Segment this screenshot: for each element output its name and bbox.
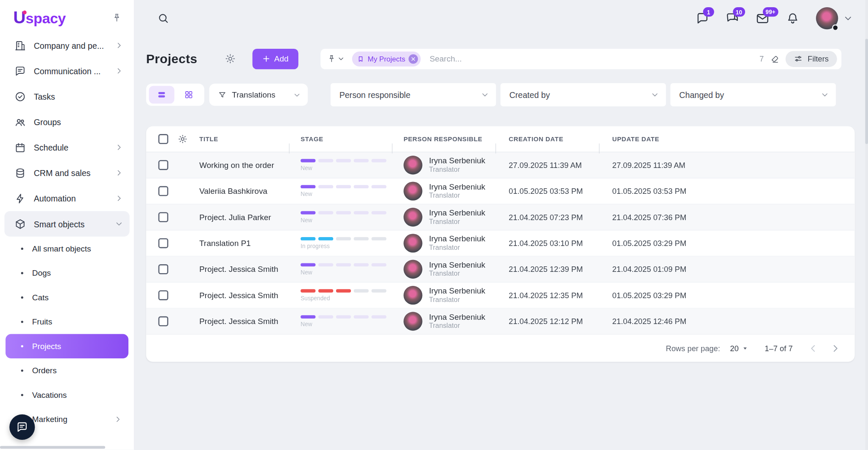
project-title[interactable]: Translation P1 bbox=[199, 239, 289, 248]
user-avatar[interactable] bbox=[816, 7, 838, 29]
pin-sidebar-icon[interactable] bbox=[112, 12, 122, 22]
table-row[interactable]: Project. Jessica Smith Suspended Iryna S… bbox=[146, 282, 855, 308]
project-title[interactable]: Project. Jessica Smith bbox=[199, 265, 289, 274]
sidebar-item-communication[interactable]: Communication ... bbox=[4, 58, 129, 84]
table-row[interactable]: Project. Jessica Smith New Iryna Serbeni… bbox=[146, 257, 855, 282]
person-name[interactable]: Iryna Serbeniuk bbox=[429, 208, 485, 218]
row-checkbox[interactable] bbox=[159, 186, 169, 196]
column-stage[interactable]: STAGE bbox=[289, 136, 392, 143]
column-update-date[interactable]: UPDATE DATE bbox=[599, 136, 854, 143]
project-title[interactable]: Project. Jessica Smith bbox=[199, 291, 289, 300]
global-search-icon[interactable] bbox=[157, 12, 170, 25]
sidebar-item-crm[interactable]: CRM and sales bbox=[4, 160, 129, 185]
update-date: 01.05.2025 03:29 PM bbox=[599, 291, 854, 300]
bell-icon[interactable] bbox=[786, 11, 799, 25]
person-name[interactable]: Iryna Serbeniuk bbox=[429, 156, 485, 166]
pin-filter-button[interactable] bbox=[327, 54, 344, 63]
person-name[interactable]: Iryna Serbeniuk bbox=[429, 312, 485, 322]
row-checkbox[interactable] bbox=[159, 264, 169, 274]
add-button[interactable]: Add bbox=[253, 48, 298, 69]
next-page-button[interactable] bbox=[830, 343, 840, 353]
sidebar-subitem-fruits[interactable]: Fruits bbox=[6, 310, 128, 334]
project-title[interactable]: Project. Julia Parker bbox=[199, 213, 289, 222]
mail-badge: 99+ bbox=[763, 7, 778, 16]
project-title[interactable]: Working on the order bbox=[199, 161, 289, 170]
table-row[interactable]: Project. Julia Parker New Iryna Serbeniu… bbox=[146, 204, 855, 230]
rows-per-page-select[interactable]: 20 bbox=[730, 344, 748, 352]
person-name[interactable]: Iryna Serbeniuk bbox=[429, 286, 485, 296]
table-row[interactable]: Translation P1 In progress Iryna Serbeni… bbox=[146, 230, 855, 256]
table-settings-icon[interactable] bbox=[178, 134, 188, 144]
sidebar-subitem-orders[interactable]: Orders bbox=[6, 358, 128, 383]
stage-cell[interactable]: New bbox=[289, 211, 392, 224]
changed-by-select[interactable]: Changed by bbox=[670, 83, 836, 106]
search-input[interactable] bbox=[428, 54, 760, 64]
funnel-icon bbox=[218, 91, 227, 99]
select-all-checkbox[interactable] bbox=[159, 134, 169, 144]
row-checkbox[interactable] bbox=[159, 212, 169, 222]
sidebar-subitem-all-smart-objects[interactable]: All smart objects bbox=[6, 237, 128, 261]
stage-cell[interactable]: Suspended bbox=[289, 289, 392, 302]
stage-cell[interactable]: In progress bbox=[289, 237, 392, 249]
list-view-button[interactable] bbox=[149, 86, 174, 103]
sidebar-subitem-dogs[interactable]: Dogs bbox=[6, 261, 128, 285]
sidebar-item-company[interactable]: Company and pe... bbox=[4, 33, 129, 58]
row-checkbox[interactable] bbox=[159, 160, 169, 170]
sidebar-subitem-cats[interactable]: Cats bbox=[6, 285, 128, 310]
mail-icon[interactable]: 99+ bbox=[756, 11, 770, 25]
saved-filter-dropdown[interactable]: Translations bbox=[209, 84, 308, 106]
update-date: 21.04.2025 12:46 PM bbox=[599, 317, 854, 326]
sidebar-item-automation[interactable]: Automation bbox=[4, 186, 129, 211]
scrollbar-vertical[interactable] bbox=[865, 0, 868, 450]
uspacy-logo[interactable]: Uspacy bbox=[13, 9, 66, 26]
sidebar-item-schedule[interactable]: Schedule bbox=[4, 134, 129, 160]
table-row[interactable]: Valeriia Bashkirova New Iryna SerbeniukT… bbox=[146, 179, 855, 204]
page-settings-icon[interactable] bbox=[225, 53, 236, 64]
scrollbar-horizontal[interactable] bbox=[0, 446, 105, 449]
row-checkbox[interactable] bbox=[159, 238, 169, 249]
project-title[interactable]: Valeriia Bashkirova bbox=[199, 187, 289, 196]
column-creation-date[interactable]: CREATION DATE bbox=[495, 136, 599, 143]
person-responsible-select[interactable]: Person responsible bbox=[331, 83, 496, 106]
stage-cell[interactable]: New bbox=[289, 185, 392, 197]
prev-page-button[interactable] bbox=[808, 343, 818, 353]
column-person-responsible[interactable]: PERSON RESPONSIBLE bbox=[392, 136, 495, 143]
chevron-down-icon[interactable] bbox=[844, 14, 853, 23]
update-date: 01.05.2025 03:53 PM bbox=[599, 187, 854, 196]
chip-close-icon[interactable] bbox=[409, 54, 418, 63]
avatar bbox=[403, 260, 422, 279]
pagination-range: 1–7 of 7 bbox=[765, 344, 793, 352]
person-name[interactable]: Iryna Serbeniuk bbox=[429, 260, 485, 270]
sidebar-item-smart-objects[interactable]: Smart objects bbox=[4, 211, 129, 237]
sidebar-item-tasks[interactable]: Tasks bbox=[4, 84, 129, 109]
stage-label: New bbox=[300, 321, 392, 327]
grid-view-button[interactable] bbox=[176, 86, 201, 103]
stage-cell[interactable]: New bbox=[289, 159, 392, 171]
support-chat-button[interactable] bbox=[9, 414, 35, 440]
my-projects-chip[interactable]: My Projects bbox=[352, 51, 421, 66]
stage-cell[interactable]: New bbox=[289, 263, 392, 275]
eraser-icon[interactable] bbox=[770, 54, 779, 63]
sidebar-item-label: Company and pe... bbox=[34, 41, 108, 50]
person-name[interactable]: Iryna Serbeniuk bbox=[429, 182, 485, 192]
filters-button[interactable]: Filters bbox=[785, 51, 837, 67]
person-name[interactable]: Iryna Serbeniuk bbox=[429, 234, 485, 244]
row-checkbox[interactable] bbox=[159, 290, 169, 300]
person-role: Translator bbox=[429, 322, 485, 330]
row-checkbox[interactable] bbox=[159, 316, 169, 327]
sidebar-subitem-projects[interactable]: Projects bbox=[6, 334, 128, 358]
chat-notifications-icon[interactable]: 1 bbox=[696, 11, 709, 25]
stage-cell[interactable]: New bbox=[289, 315, 392, 327]
created-by-select[interactable]: Created by bbox=[501, 83, 666, 106]
comments-icon[interactable]: 10 bbox=[726, 11, 739, 25]
project-title[interactable]: Project. Jessica Smith bbox=[199, 317, 289, 326]
user-menu[interactable] bbox=[816, 7, 852, 29]
sidebar-subitem-vacations[interactable]: Vacations bbox=[6, 383, 128, 407]
sidebar-item-groups[interactable]: Groups bbox=[4, 109, 129, 134]
column-title[interactable]: TITLE bbox=[199, 136, 289, 143]
avatar bbox=[403, 286, 422, 305]
table-row[interactable]: Working on the order New Iryna Serbeniuk… bbox=[146, 152, 855, 178]
sidebar-item-label: Communication ... bbox=[34, 66, 108, 75]
scrollbar-thumb[interactable] bbox=[865, 39, 868, 144]
table-row[interactable]: Project. Jessica Smith New Iryna Serbeni… bbox=[146, 309, 855, 335]
